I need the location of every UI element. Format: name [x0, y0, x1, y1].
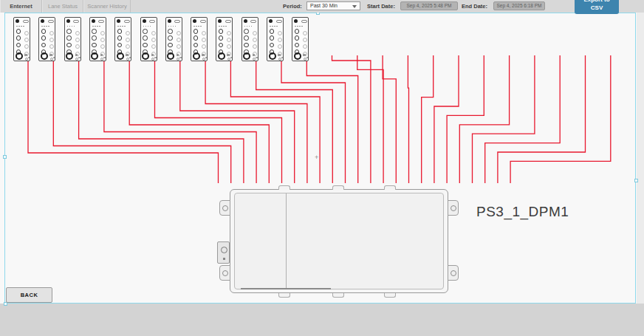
- device-dip-dot-icon: [44, 26, 45, 27]
- device-dip-dot-icon: [297, 26, 298, 27]
- device-dip-dot-icon: [173, 26, 174, 27]
- device-small-ring-icon: [177, 58, 179, 61]
- dpm-faceplate: [234, 193, 444, 289]
- device-chip-icon: [202, 54, 205, 57]
- device-dip-dot-icon: [251, 26, 253, 27]
- device-power-dot-icon: [92, 19, 95, 23]
- device-display-icon: [48, 20, 54, 24]
- device-port-circle-icon: [244, 35, 249, 41]
- device-port-circle-icon: [143, 43, 148, 48]
- mount-hole-icon: [451, 270, 456, 276]
- device-chip-icon: [78, 57, 80, 59]
- scanner-device[interactable]: [292, 17, 309, 61]
- device-dip-dot-icon: [168, 26, 170, 27]
- scanner-device[interactable]: [114, 17, 131, 61]
- app-window: P1P2PWTX21234T2PRCAPOWER1234556677889910…: [0, 0, 644, 336]
- device-port-circle-dim-icon: [49, 44, 54, 49]
- scanner-device[interactable]: [267, 17, 284, 61]
- scanner-device[interactable]: [13, 17, 30, 61]
- scanner-device[interactable]: [140, 17, 157, 61]
- device-port-circle-dim-icon: [202, 31, 206, 35]
- device-port-circle-dim-icon: [303, 31, 307, 35]
- device-dip-dot-icon: [69, 26, 71, 27]
- device-dip-dot-icon: [41, 26, 43, 27]
- export-csv-button[interactable]: Export to CSV: [575, 0, 619, 14]
- back-button[interactable]: BACK: [6, 287, 52, 303]
- device-dip-dot-icon: [117, 26, 119, 27]
- scanner-device[interactable]: [38, 17, 55, 61]
- tab-scanner-history[interactable]: Scanner History: [83, 0, 131, 13]
- start-date-input[interactable]: Sep 4, 2025 5:48 PM: [400, 1, 458, 10]
- device-power-dot-icon: [244, 19, 247, 23]
- scanner-device[interactable]: [216, 17, 233, 61]
- dpm-section-divider: [286, 193, 287, 289]
- device-port-circle-dim-icon: [227, 38, 231, 42]
- device-port-circle-icon: [92, 29, 97, 34]
- device-port-circle-dim-icon: [100, 44, 105, 49]
- device-chip-icon: [24, 54, 27, 57]
- device-dip-dot-icon: [299, 26, 301, 27]
- device-chip-icon: [103, 57, 106, 59]
- device-port-circle-dim-icon: [227, 31, 231, 35]
- device-main-port-icon: [142, 52, 149, 60]
- scanner-device[interactable]: [191, 17, 208, 61]
- device-chip-icon: [256, 57, 258, 59]
- device-chip-icon: [154, 57, 157, 59]
- device-dip-dot-icon: [145, 26, 147, 27]
- period-select[interactable]: Past 30 Min: [306, 1, 360, 10]
- device-main-port-icon: [193, 52, 200, 60]
- device-main-port-icon: [16, 52, 23, 60]
- device-port-circle-icon: [219, 43, 224, 48]
- device-display-icon: [276, 20, 282, 24]
- device-small-ring-icon: [100, 58, 103, 61]
- device-port-circle-icon: [41, 35, 47, 41]
- center-crosshair: +: [315, 154, 318, 161]
- end-date-input[interactable]: Sep 4, 2025 6:18 PM: [493, 1, 545, 10]
- device-display-icon: [250, 20, 256, 24]
- device-port-circle-dim-icon: [227, 44, 231, 49]
- tab-enternet[interactable]: Enternet: [0, 0, 42, 13]
- device-main-port-icon: [41, 52, 48, 60]
- scanner-device[interactable]: [64, 17, 81, 61]
- mount-hole-icon: [451, 205, 456, 211]
- device-port-circle-icon: [295, 43, 300, 48]
- device-port-circle-icon: [41, 29, 47, 34]
- scanner-device[interactable]: [165, 17, 182, 61]
- selection-handle-right[interactable]: [634, 179, 638, 182]
- device-chip-icon: [227, 54, 230, 57]
- device-small-ring-icon: [202, 58, 205, 61]
- scanner-device[interactable]: [242, 17, 258, 61]
- device-dip-dot-icon: [72, 26, 73, 27]
- device-main-port-icon: [117, 52, 124, 60]
- device-port-circle-dim-icon: [24, 31, 29, 35]
- device-display-icon: [98, 20, 104, 24]
- device-dip-dot-icon: [244, 26, 246, 27]
- device-display-icon: [73, 20, 79, 24]
- device-port-circle-icon: [66, 43, 72, 48]
- device-display-icon: [301, 20, 307, 24]
- device-chip-icon: [303, 54, 306, 57]
- device-port-circle-dim-icon: [49, 38, 54, 42]
- device-dip-dot-icon: [92, 26, 94, 27]
- dpm-top-tab: [278, 185, 290, 190]
- device-power-dot-icon: [294, 19, 298, 23]
- dpm-underline: [241, 288, 331, 289]
- tab-lane-status[interactable]: Lane Status: [42, 0, 83, 13]
- device-small-ring-icon: [126, 58, 129, 61]
- device-dip-dot-icon: [276, 26, 278, 27]
- device-port-circle-dim-icon: [303, 44, 307, 49]
- scanner-device[interactable]: [89, 17, 106, 61]
- device-small-ring-icon: [151, 58, 154, 61]
- device-main-port-icon: [167, 52, 174, 60]
- device-port-circle-icon: [92, 35, 97, 41]
- device-display-icon: [174, 20, 180, 24]
- device-dip-dot-icon: [247, 26, 248, 27]
- device-dip-dot-icon: [67, 26, 69, 27]
- selection-handle-left[interactable]: [3, 155, 7, 159]
- device-port-circle-icon: [244, 29, 249, 34]
- device-dip-dot-icon: [175, 26, 177, 27]
- device-dip-dot-icon: [221, 26, 222, 27]
- device-port-circle-icon: [295, 35, 300, 41]
- device-port-circle-icon: [92, 43, 97, 48]
- device-dip-dot-icon: [198, 26, 199, 27]
